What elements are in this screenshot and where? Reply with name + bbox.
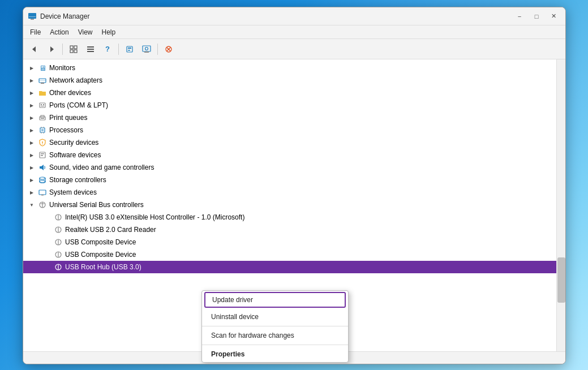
properties-button[interactable] [122,41,138,57]
tree-item-usb[interactable]: ▼ Universal Serial Bus controllers [23,199,556,211]
menu-help[interactable]: Help [97,27,121,37]
forward-button[interactable] [44,41,59,57]
svg-rect-23 [39,80,46,81]
sound-label: Sound, video and game controllers [49,164,154,171]
proc-icon [38,126,47,135]
sound-icon [38,163,47,172]
expand-ports[interactable]: ▶ [28,101,36,109]
svg-rect-12 [127,46,132,52]
svg-rect-1 [31,19,34,20]
expand-proc[interactable]: ▶ [28,126,36,134]
svg-rect-26 [43,104,44,105]
svg-point-38 [42,144,43,145]
software-icon [38,150,47,160]
tree-item-monitors[interactable]: ▶ 🖥 Monitors [23,62,556,74]
menu-view[interactable]: View [74,27,97,37]
usb-icon [38,200,47,209]
ctx-separator [202,326,348,326]
scan-button[interactable] [139,41,154,57]
expand-sound[interactable]: ▶ [28,164,36,171]
svg-point-44 [40,180,45,183]
app-icon [28,12,37,21]
menu-action[interactable]: Action [45,27,73,37]
ports-label: Ports (COM & LPT) [49,101,108,109]
system-label: System devices [49,188,97,196]
usb-comp-2-label: USB Composite Device [65,251,136,259]
usb-root-icon [54,263,63,272]
context-menu: Update driver Uninstall device Scan for … [201,290,349,363]
tree-item-proc[interactable]: ▶ Processors [23,124,556,136]
print-label: Print queues [49,114,87,122]
list-button[interactable] [83,41,98,57]
tree-item-usb-comp-2[interactable]: USB Composite Device [23,248,556,261]
window-controls: − □ ✕ [512,11,561,22]
tree-item-other[interactable]: ▶ Other devices [23,87,556,99]
window-title: Device Manager [40,12,512,20]
expand-print[interactable]: ▶ [28,114,36,122]
svg-rect-15 [143,46,151,51]
tree-item-security[interactable]: ▶ Security devices [23,136,556,149]
scrollbar-thumb[interactable] [557,257,565,303]
usb-root-label: USB Root Hub (USB 3.0) [65,263,141,271]
expand-security[interactable]: ▶ [28,139,36,147]
minimize-button[interactable]: − [512,11,527,22]
intel-usb-label: Intel(R) USB 3.0 eXtensible Host Control… [65,213,244,221]
tree-item-realtek-usb[interactable]: Realtek USB 2.0 Card Reader [23,223,556,236]
system-icon [38,188,47,197]
expand-usb[interactable]: ▼ [28,201,36,209]
tree-item-print[interactable]: ▶ Print queues [23,111,556,124]
proc-label: Processors [49,126,83,134]
maximize-button[interactable]: □ [529,11,544,22]
tree-item-usb-root[interactable]: USB Root Hub (USB 3.0) [23,261,556,273]
storage-icon [38,175,47,184]
monitors-icon: 🖥 [38,63,47,72]
expand-network[interactable]: ▶ [28,76,36,84]
svg-marker-4 [50,46,54,52]
expand-software[interactable]: ▶ [28,151,36,159]
tree-item-storage[interactable]: ▶ Storage controllers [23,174,556,186]
tree-item-usb-comp-1[interactable]: USB Composite Device [23,236,556,248]
expand-storage[interactable]: ▶ [28,176,36,184]
intel-usb-icon [54,213,63,222]
update-driver-button[interactable] [161,41,177,57]
close-button[interactable]: ✕ [546,11,561,22]
scrollbar-track[interactable] [556,59,565,351]
ctx-scan-changes[interactable]: Scan for hardware changes [202,328,348,343]
tree-item-software[interactable]: ▶ Software devices [23,149,556,161]
tree-item-ports[interactable]: ▶ Ports (COM & LPT) [23,99,556,111]
menu-file[interactable]: File [25,27,45,37]
svg-marker-3 [32,46,36,52]
tree-item-system[interactable]: ▶ System devices [23,186,556,199]
ctx-separator-2 [202,345,348,345]
back-button[interactable] [27,41,42,57]
tree-item-sound[interactable]: ▶ Sound, video and game controllers [23,161,556,174]
ctx-properties[interactable]: Properties [202,346,348,362]
svg-rect-30 [41,118,44,119]
ports-icon [38,101,47,110]
expand-monitors[interactable]: ▶ [28,64,36,72]
device-manager-window: Device Manager − □ ✕ File Action View He… [23,7,566,364]
toolbar: ? [23,39,565,59]
svg-rect-41 [41,155,43,156]
svg-rect-14 [128,50,130,51]
usb-comp-1-label: USB Composite Device [65,238,136,246]
help-button[interactable]: ? [100,41,115,57]
svg-rect-13 [128,48,131,49]
svg-rect-8 [74,50,77,53]
ctx-update-driver[interactable]: Update driver [204,292,346,308]
expand-system[interactable]: ▶ [28,188,36,196]
expand-other[interactable]: ▶ [28,89,36,97]
realtek-usb-label: Realtek USB 2.0 Card Reader [65,226,156,234]
tree-item-intel-usb[interactable]: Intel(R) USB 3.0 eXtensible Host Control… [23,211,556,223]
svg-rect-9 [87,46,94,48]
security-label: Security devices [49,139,98,147]
svg-rect-25 [41,104,42,105]
view-button[interactable] [66,41,81,57]
svg-rect-45 [39,190,46,195]
other-label: Other devices [49,89,91,97]
svg-rect-32 [41,129,44,131]
ctx-uninstall-device[interactable]: Uninstall device [202,309,348,325]
tree-item-network[interactable]: ▶ Network adapters [23,74,556,87]
toolbar-separator-1 [62,44,63,55]
svg-rect-5 [70,46,73,49]
